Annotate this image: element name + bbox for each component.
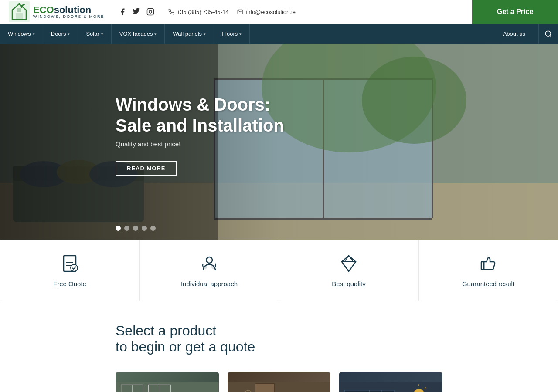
instagram-icon[interactable] (146, 7, 155, 17)
nav-about[interactable]: About us (490, 24, 538, 44)
nav-wall-label: Wall panels (173, 30, 202, 37)
svg-rect-39 (132, 385, 133, 392)
product-card-solar[interactable] (339, 372, 442, 392)
nav-windows[interactable]: Windows ▾ (0, 24, 43, 44)
social-icons (118, 7, 155, 17)
hero-dot-5[interactable] (150, 226, 156, 231)
email-address: info@ecosolution.ie (246, 9, 296, 15)
svg-rect-44 (228, 382, 331, 392)
hero-content: Windows & Doors: Sale and Installation Q… (0, 44, 558, 240)
feature-best-quality[interactable]: Best quality (279, 240, 418, 301)
svg-rect-45 (255, 383, 274, 392)
feature-free-quote-label: Free Quote (53, 280, 86, 287)
hero-section: Windows & Doors: Sale and Installation Q… (0, 44, 558, 240)
nav-doors-label: Doors (51, 30, 66, 37)
product-card-windows[interactable] (116, 372, 219, 392)
nav-wall-panels[interactable]: Wall panels ▾ (165, 24, 214, 44)
hero-dot-4[interactable] (142, 226, 147, 231)
select-subtitle: to begin or get a quote (116, 339, 558, 355)
nav-windows-label: Windows (8, 30, 31, 37)
search-button[interactable] (538, 24, 558, 44)
doors-product-image (228, 372, 331, 392)
features-section: Free Quote Individual approach Best qual… (0, 240, 558, 301)
top-bar: ECOsolution WINDOWS, DOORS & MORE +35 (3… (0, 0, 558, 24)
get-price-button[interactable]: Get a Price (472, 0, 558, 24)
search-icon (544, 30, 552, 38)
nav-floors[interactable]: Floors ▾ (214, 24, 250, 44)
select-title: Select a product (116, 323, 558, 339)
chevron-down-icon: ▾ (33, 32, 35, 36)
hero-dot-1[interactable] (116, 226, 121, 231)
product-card-doors[interactable] (228, 372, 331, 392)
svg-rect-36 (481, 262, 484, 270)
hero-subtitle: Quality and best price! (116, 140, 558, 148)
chevron-down-icon: ▾ (101, 32, 103, 36)
svg-point-29 (206, 257, 212, 263)
select-section: Select a product to begin or get a quote (0, 301, 558, 364)
feature-individual-approach-label: Individual approach (181, 280, 238, 287)
logo-icon (9, 1, 30, 22)
svg-rect-37 (116, 382, 219, 392)
hero-dot-2[interactable] (124, 226, 129, 231)
svg-point-6 (545, 31, 551, 36)
twitter-icon[interactable] (132, 7, 141, 17)
facebook-icon[interactable] (118, 7, 127, 17)
feature-individual-approach[interactable]: Individual approach (140, 240, 279, 301)
svg-marker-32 (342, 256, 356, 271)
hero-dots (116, 226, 156, 231)
hero-title: Windows & Doors: Sale and Installation (116, 94, 333, 136)
nav-bar: Windows ▾ Doors ▾ Solar ▾ VOX facades ▾ … (0, 24, 558, 44)
thumbs-up-icon (478, 253, 499, 274)
svg-line-7 (550, 35, 551, 37)
logo-tagline: WINDOWS, DOORS & MORE (33, 14, 105, 19)
diamond-icon (338, 253, 359, 274)
feature-best-quality-label: Best quality (332, 280, 366, 287)
feature-guaranteed-result-label: Guaranteed result (462, 280, 514, 287)
svg-rect-4 (147, 9, 153, 15)
hero-dot-3[interactable] (133, 226, 138, 231)
phone-number: +35 (385) 735-45-14 (177, 9, 229, 15)
phone-icon (168, 9, 174, 15)
chevron-down-icon: ▾ (154, 32, 157, 36)
headset-icon (199, 253, 220, 274)
logo-text: ECOsolution WINDOWS, DOORS & MORE (33, 5, 105, 19)
nav-solar-label: Solar (86, 30, 99, 37)
svg-rect-2 (16, 14, 22, 20)
svg-rect-3 (17, 8, 21, 12)
logo-eco: ECO (33, 4, 54, 15)
svg-point-31 (212, 265, 215, 269)
logo[interactable]: ECOsolution WINDOWS, DOORS & MORE (0, 1, 113, 22)
nav-solar[interactable]: Solar ▾ (78, 24, 111, 44)
email-contact[interactable]: info@ecosolution.ie (237, 9, 296, 15)
feature-free-quote[interactable]: Free Quote (0, 240, 140, 301)
document-check-icon (59, 253, 80, 274)
solar-product-image (339, 372, 442, 392)
chevron-down-icon: ▾ (68, 32, 70, 36)
logo-solution: solution (54, 4, 92, 15)
nav-doors[interactable]: Doors ▾ (43, 24, 78, 44)
nav-vox-label: VOX facades (119, 30, 153, 37)
nav-floors-label: Floors (222, 30, 238, 37)
hero-read-more-button[interactable]: READ MORE (116, 161, 177, 176)
phone-contact[interactable]: +35 (385) 735-45-14 (168, 9, 229, 15)
email-icon (237, 9, 243, 15)
svg-point-28 (71, 264, 78, 271)
product-cards (0, 364, 558, 392)
nav-about-label: About us (503, 30, 525, 37)
feature-guaranteed-result[interactable]: Guaranteed result (418, 240, 558, 301)
svg-rect-42 (160, 385, 160, 392)
nav-vox-facades[interactable]: VOX facades ▾ (112, 24, 165, 44)
windows-product-image (116, 372, 219, 392)
chevron-down-icon: ▾ (204, 32, 206, 36)
chevron-down-icon: ▾ (239, 32, 242, 36)
svg-point-30 (203, 265, 207, 269)
contact-info: +35 (385) 735-45-14 info@ecosolution.ie (168, 9, 296, 15)
